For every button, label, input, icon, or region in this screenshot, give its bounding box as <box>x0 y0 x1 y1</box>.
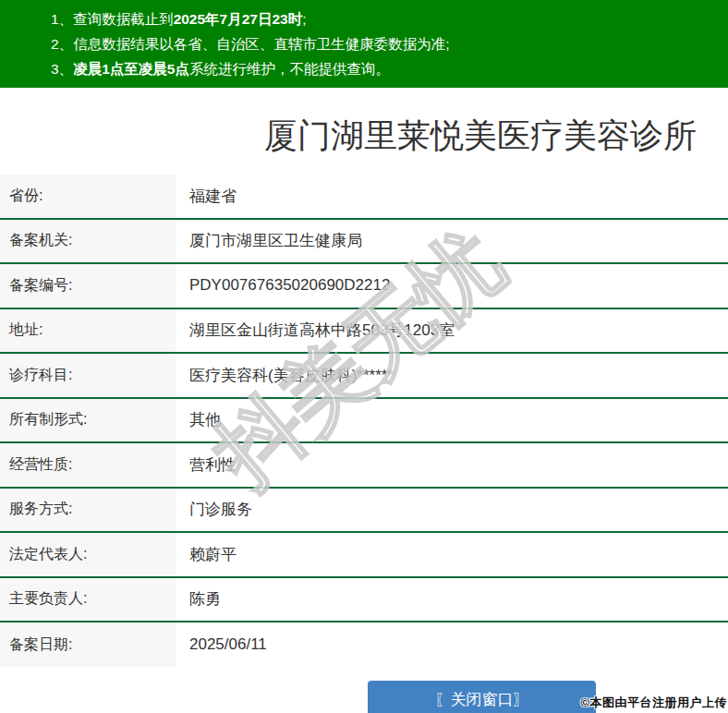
notice-text: 系统进行维护，不能提供查询。 <box>189 61 390 77</box>
row-label: 所有制形式: <box>0 399 176 442</box>
row-label: 备案机关: <box>0 220 176 263</box>
row-label: 备案编号: <box>0 264 176 308</box>
table-row-legal-representative: 法定代表人: 赖蔚平 <box>0 533 728 578</box>
row-value: 营利性 <box>176 443 728 487</box>
row-value: 门诊服务 <box>176 489 728 532</box>
row-value: 2025/06/11 <box>176 622 728 667</box>
notice-text: 查询数据截止到 <box>73 11 174 27</box>
notice-number: 3、 <box>51 61 73 77</box>
notice-number: 1、 <box>51 11 73 27</box>
table-row-treatment-subjects: 诊疗科目: 医疗美容科(美容皮肤科)****** <box>0 354 728 399</box>
notice-text-bold: 凌晨1点至凌晨5点 <box>73 61 189 77</box>
table-row-registration-date: 备案日期: 2025/06/11 <box>0 622 728 667</box>
table-row-province: 省份: 福建省 <box>0 175 728 220</box>
table-row-registration-number: 备案编号: PDY00767635020690D2212 <box>0 264 728 309</box>
table-row-registration-authority: 备案机关: 厦门市湖里区卫生健康局 <box>0 220 728 265</box>
table-row-business-nature: 经营性质: 营利性 <box>0 443 728 489</box>
row-label: 地址: <box>0 309 176 353</box>
row-label: 备案日期: <box>0 622 176 667</box>
row-label: 法定代表人: <box>0 533 176 576</box>
notice-line-3: 3、凌晨1点至凌晨5点系统进行维护，不能提供查询。 <box>0 56 728 81</box>
row-value: 福建省 <box>176 175 728 218</box>
page-title: 厦门湖里莱悦美医疗美容诊所 <box>233 116 728 155</box>
institution-info-table: 省份: 福建省 备案机关: 厦门市湖里区卫生健康局 备案编号: PDY00767… <box>0 175 728 667</box>
row-value: 医疗美容科(美容皮肤科)****** <box>176 354 728 397</box>
row-label: 省份: <box>0 175 176 218</box>
notice-text-bold: 2025年7月27日23时 <box>174 11 303 27</box>
close-window-button[interactable]: 〖关闭窗口〗 <box>368 681 596 713</box>
copyright-watermark: ©本图由平台注册用户上传 <box>580 695 727 711</box>
table-row-service-mode: 服务方式: 门诊服务 <box>0 489 728 534</box>
notice-line-2: 2、信息数据结果以各省、自治区、直辖市卫生健康委数据为准; <box>0 31 728 56</box>
row-value: 厦门市湖里区卫生健康局 <box>176 220 728 263</box>
table-row-ownership-form: 所有制形式: 其他 <box>0 399 728 444</box>
row-label: 主要负责人: <box>0 578 176 622</box>
notice-text: 信息数据结果以各省、自治区、直辖市卫生健康委数据为准; <box>73 36 449 52</box>
notice-banner: 1、查询数据截止到2025年7月27日23时; 2、信息数据结果以各省、自治区、… <box>0 0 728 88</box>
row-label: 诊疗科目: <box>0 354 176 397</box>
row-value: 赖蔚平 <box>176 533 728 576</box>
row-value: 湖里区金山街道高林中路503号1203室 <box>176 309 728 353</box>
row-label: 服务方式: <box>0 489 176 532</box>
row-value: 陈勇 <box>176 578 728 622</box>
table-row-address: 地址: 湖里区金山街道高林中路503号1203室 <box>0 309 728 355</box>
notice-text: ; <box>302 11 306 27</box>
notice-number: 2、 <box>51 36 73 52</box>
table-row-main-person-in-charge: 主要负责人: 陈勇 <box>0 578 728 623</box>
notice-line-1: 1、查询数据截止到2025年7月27日23时; <box>0 6 728 31</box>
row-label: 经营性质: <box>0 443 176 487</box>
row-value: PDY00767635020690D2212 <box>176 264 728 308</box>
row-value: 其他 <box>176 399 728 442</box>
